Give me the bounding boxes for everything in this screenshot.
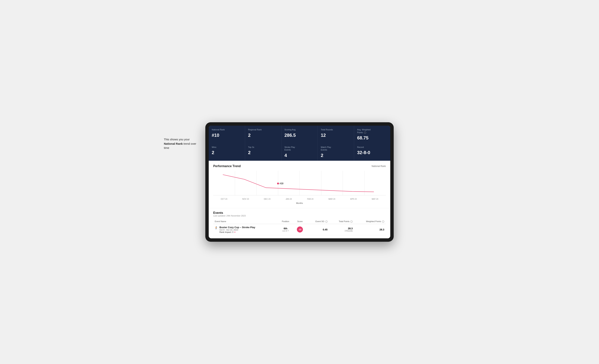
col-event-sg: Event SG i	[307, 219, 329, 224]
stat-match-play: Match PlayEvents 2	[318, 143, 354, 161]
x-label-nov23: NOV 23	[235, 198, 256, 200]
stat-wins: Wins 2	[209, 143, 245, 161]
event-type-icon: 🏌	[215, 226, 218, 229]
col-event-name: Event Name	[213, 219, 278, 224]
x-label-oct23: OCT 23	[213, 198, 235, 200]
total-points-info-icon[interactable]: i	[350, 221, 353, 223]
chart-section: Performance Trend National Rank	[209, 161, 390, 208]
tablet-screen: National Rank #10 Regional Rank 2 Scorin…	[209, 126, 390, 238]
event-total-points-value: 28.3	[331, 227, 353, 230]
events-section: Events Last updated: 24th November 2023 …	[209, 208, 390, 238]
stat-wins-label: Wins	[212, 146, 242, 149]
table-row: 🏌 Buster Cozy Cup – Stroke Play Oct 9 - …	[213, 224, 386, 235]
rank-dot-circle	[277, 183, 279, 185]
stat-top3s: Top 3s 2	[245, 143, 281, 161]
stat-stroke-play-label: Stroke PlayEvents	[284, 146, 315, 151]
event-position-main: 6th	[279, 227, 292, 230]
chart-title: Performance Trend	[213, 164, 241, 168]
stat-total-rounds-value: 12	[321, 133, 351, 138]
rank-dot-label: #10	[280, 182, 283, 185]
x-label-dec23: DEC 23	[256, 198, 278, 200]
stat-avg-weighted-label: Avg. WeightedPoints i	[357, 128, 387, 134]
event-position-sub: out of 7	[279, 230, 292, 232]
avg-weighted-info-icon[interactable]: i	[364, 132, 366, 134]
event-sg-value: 0.45	[308, 228, 327, 231]
event-total-rounds: 3 Rounds	[331, 230, 353, 232]
chart-header: Performance Trend National Rank	[213, 164, 386, 168]
col-position: Position	[278, 219, 293, 224]
rank-data-point: #10	[277, 182, 283, 185]
trend-chart-svg	[213, 171, 386, 195]
events-title: Events	[213, 211, 386, 215]
event-rank-impact: Rank Impact: 3 ▼	[220, 231, 255, 233]
stat-stroke-play-value: 4	[284, 153, 315, 158]
annotation-text: This shows you your National Rank trend …	[164, 137, 202, 150]
chart-area: #10	[213, 171, 386, 195]
stat-regional-rank: Regional Rank 2	[245, 126, 281, 143]
event-score-badge: -22	[297, 226, 303, 232]
event-name-cell: 🏌 Buster Cozy Cup – Stroke Play Oct 9 - …	[213, 224, 278, 235]
event-weighted-points-value: 28.3	[356, 228, 384, 231]
stat-national-rank: National Rank #10	[209, 126, 245, 143]
event-sg-info-icon[interactable]: i	[325, 221, 327, 223]
stats-row-1: National Rank #10 Regional Rank 2 Scorin…	[209, 126, 390, 143]
stat-top3s-value: 2	[248, 150, 278, 155]
events-table-header-row: Event Name Position Score Event SG i Tot…	[213, 219, 386, 224]
stat-total-rounds-label: Total Rounds	[321, 128, 351, 131]
stat-total-rounds: Total Rounds 12	[318, 126, 354, 143]
event-sg-cell: 0.45	[307, 224, 329, 235]
rank-impact-arrow-icon: ▼	[234, 231, 236, 233]
chart-subtitle: National Rank	[372, 165, 386, 168]
stat-scoring-avg-label: Scoring Avg.	[284, 128, 315, 131]
event-position-cell: 6th out of 7	[278, 224, 293, 235]
stat-record: Record 32-8-0	[354, 143, 390, 161]
x-label-jan24: JAN 24	[278, 198, 300, 200]
event-name: Buster Cozy Cup – Stroke Play	[220, 226, 255, 229]
stat-national-rank-value: #10	[212, 133, 242, 138]
x-label-mar24: MAR 24	[321, 198, 343, 200]
stat-national-rank-label: National Rank	[212, 128, 242, 131]
event-weighted-points-cell: 28.3	[354, 224, 386, 235]
tablet-device: National Rank #10 Regional Rank 2 Scorin…	[205, 122, 394, 241]
x-label-apr24: APR 24	[343, 198, 364, 200]
x-label-may24: MAY 24	[364, 198, 386, 200]
stat-scoring-avg-value: 286.5	[284, 133, 315, 138]
stat-stroke-play: Stroke PlayEvents 4	[282, 143, 317, 161]
weighted-points-info-icon[interactable]: i	[382, 221, 384, 223]
events-table: Event Name Position Score Event SG i Tot…	[213, 219, 386, 235]
event-date: Oct 9 - Oct 10, 2023	[220, 229, 255, 231]
stat-match-play-value: 2	[321, 153, 351, 158]
stat-regional-rank-label: Regional Rank	[248, 128, 278, 131]
stats-row-2: Wins 2 Top 3s 2 Stroke PlayEvents 4 Matc…	[209, 143, 390, 161]
chart-x-labels: OCT 23 NOV 23 DEC 23 JAN 24 FEB 24 MAR 2…	[213, 197, 386, 201]
event-total-points-cell: 28.3 3 Rounds	[329, 224, 354, 235]
stat-top3s-label: Top 3s	[248, 146, 278, 149]
stat-match-play-label: Match PlayEvents	[321, 146, 351, 151]
stat-regional-rank-value: 2	[248, 133, 278, 138]
x-label-feb24: FEB 24	[300, 198, 321, 200]
chart-x-axis-title: Months	[213, 202, 386, 204]
stat-avg-weighted: Avg. WeightedPoints i 68.75	[354, 126, 390, 143]
stat-scoring-avg: Scoring Avg. 286.5	[282, 126, 317, 143]
stat-avg-weighted-value: 68.75	[357, 135, 387, 141]
col-score: Score	[293, 219, 307, 224]
stat-record-value: 32-8-0	[357, 150, 387, 155]
stat-wins-value: 2	[212, 150, 242, 155]
stat-record-label: Record	[357, 146, 387, 149]
events-last-updated: Last updated: 24th November 2023	[213, 215, 386, 217]
event-score-cell: -22	[293, 224, 307, 235]
col-weighted-points: Weighted Points i	[354, 219, 386, 224]
col-total-points: Total Points i	[329, 219, 354, 224]
